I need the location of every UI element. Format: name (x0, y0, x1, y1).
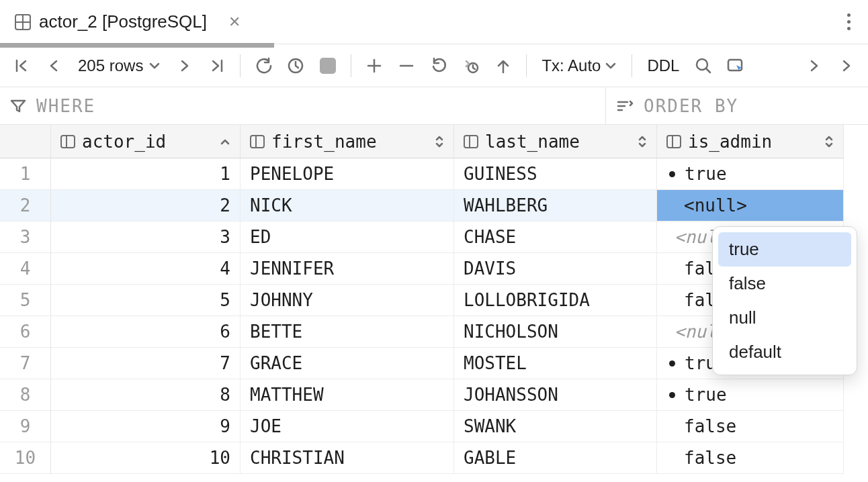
sort-toggle-icon (824, 134, 834, 149)
column-label: actor_id (82, 132, 166, 152)
revert-button[interactable] (424, 51, 453, 81)
last-page-button[interactable] (202, 51, 232, 81)
cell-first-name[interactable]: MATTHEW (241, 379, 454, 411)
sort-icon (615, 99, 634, 113)
delete-row-button[interactable] (392, 51, 421, 81)
column-header-last-name[interactable]: last_name (454, 125, 657, 158)
where-label: WHERE (36, 96, 95, 116)
cell-first-name[interactable]: JENNIFER (241, 253, 454, 285)
cell-actor-id[interactable]: 10 (51, 442, 241, 474)
orderby-section[interactable]: ORDER BY (606, 87, 868, 124)
row-number[interactable]: 10 (0, 442, 51, 474)
close-tab-icon[interactable]: ✕ (228, 13, 241, 31)
reload-button[interactable] (249, 51, 278, 81)
column-label: last_name (485, 132, 580, 152)
row-number[interactable]: 9 (0, 411, 51, 442)
cell-value: true (685, 385, 727, 405)
cell-first-name[interactable]: JOHNNY (241, 285, 454, 316)
popup-option-false[interactable]: false (718, 267, 851, 301)
cell-first-name[interactable]: CHRISTIAN (241, 442, 454, 474)
separator (240, 54, 241, 77)
cell-is-admin[interactable]: false (657, 442, 844, 474)
commit-button[interactable] (456, 51, 486, 81)
column-icon (464, 135, 478, 148)
ddl-button[interactable]: DDL (640, 56, 686, 75)
cell-value: <null> (684, 195, 747, 215)
first-page-button[interactable] (7, 51, 36, 81)
filter-icon (9, 97, 27, 115)
prev-page-button[interactable] (39, 51, 69, 81)
cell-first-name[interactable]: GRACE (241, 348, 454, 379)
sort-asc-icon (220, 137, 230, 146)
row-number[interactable]: 1 (0, 158, 51, 190)
boolean-value-popup: true false null default (712, 226, 857, 375)
filter-settings-button[interactable] (721, 51, 750, 81)
row-number-header[interactable] (0, 125, 51, 158)
cell-last-name[interactable]: JOHANSSON (454, 379, 657, 411)
cell-is-admin[interactable]: true (657, 158, 844, 190)
scroll-right-button[interactable] (799, 51, 829, 81)
row-number[interactable]: 3 (0, 222, 51, 253)
row-count-dropdown[interactable]: 205 rows (71, 56, 167, 75)
cell-last-name[interactable]: WAHLBERG (454, 190, 657, 222)
row-number[interactable]: 2 (0, 190, 51, 222)
cell-last-name[interactable]: SWANK (454, 411, 657, 442)
column-header-actor-id[interactable]: actor_id (51, 125, 241, 158)
cell-is-admin[interactable]: false (657, 411, 844, 442)
add-row-button[interactable] (359, 51, 389, 81)
cell-first-name[interactable]: JOE (241, 411, 454, 442)
cell-last-name[interactable]: LOLLOBRIGIDA (454, 285, 657, 316)
column-header-is-admin[interactable]: is_admin (657, 125, 844, 158)
separator (526, 54, 527, 77)
popup-option-null[interactable]: null (718, 301, 851, 335)
popup-option-default[interactable]: default (718, 335, 851, 369)
bullet-icon (669, 360, 675, 367)
stop-button[interactable] (313, 51, 343, 81)
cell-first-name[interactable]: NICK (241, 190, 454, 222)
column-header-first-name[interactable]: first_name (241, 125, 454, 158)
cell-first-name[interactable]: ED (241, 222, 454, 253)
where-section[interactable]: WHERE (0, 87, 606, 124)
cell-actor-id[interactable]: 1 (51, 158, 241, 190)
cell-actor-id[interactable]: 9 (51, 411, 241, 442)
show-more-button[interactable] (832, 51, 861, 81)
cell-actor-id[interactable]: 4 (51, 253, 241, 285)
cell-actor-id[interactable]: 2 (51, 190, 241, 222)
cell-actor-id[interactable]: 6 (51, 316, 241, 348)
filter-bar: WHERE ORDER BY (0, 87, 868, 125)
cell-value: false (684, 416, 736, 436)
ddl-label: DDL (647, 56, 679, 75)
stop-icon (320, 58, 336, 74)
cell-actor-id[interactable]: 5 (51, 285, 241, 316)
cell-last-name[interactable]: GABLE (454, 442, 657, 474)
tx-mode-dropdown[interactable]: Tx: Auto (535, 56, 623, 75)
cell-last-name[interactable]: DAVIS (454, 253, 657, 285)
search-button[interactable] (689, 51, 718, 81)
cell-last-name[interactable]: CHASE (454, 222, 657, 253)
row-number[interactable]: 5 (0, 285, 51, 316)
cell-first-name[interactable]: BETTE (241, 316, 454, 348)
schedule-button[interactable] (281, 51, 310, 81)
tab-underline (0, 43, 274, 48)
cell-actor-id[interactable]: 3 (51, 222, 241, 253)
cell-first-name[interactable]: PENELOPE (241, 158, 454, 190)
table-icon (15, 14, 31, 30)
cell-is-admin[interactable]: <null> (657, 190, 844, 222)
separator (632, 54, 632, 77)
cell-last-name[interactable]: GUINESS (454, 158, 657, 190)
next-page-button[interactable] (170, 51, 200, 81)
cell-last-name[interactable]: MOSTEL (454, 348, 657, 379)
row-number[interactable]: 8 (0, 379, 51, 411)
row-number[interactable]: 4 (0, 253, 51, 285)
row-number[interactable]: 6 (0, 316, 51, 348)
tab-actor-2[interactable]: actor_2 [PostgreSQL] ✕ (0, 0, 255, 44)
cell-last-name[interactable]: NICHOLSON (454, 316, 657, 348)
svg-rect-3 (728, 60, 742, 70)
cell-actor-id[interactable]: 7 (51, 348, 241, 379)
more-menu-icon[interactable] (843, 9, 855, 34)
row-number[interactable]: 7 (0, 348, 51, 379)
submit-button[interactable] (488, 51, 518, 81)
cell-actor-id[interactable]: 8 (51, 379, 241, 411)
cell-is-admin[interactable]: true (657, 379, 844, 411)
popup-option-true[interactable]: true (718, 232, 851, 267)
